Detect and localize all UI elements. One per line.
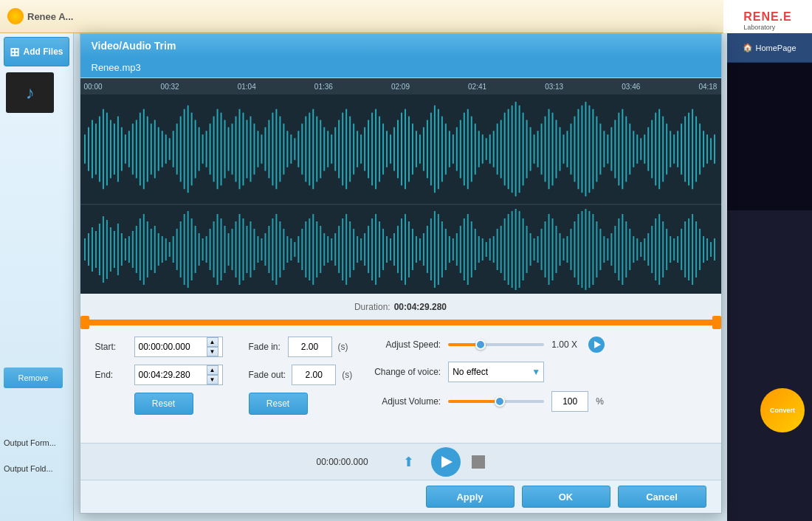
svg-rect-40 [227, 127, 229, 170]
volume-slider-thumb[interactable] [495, 396, 505, 407]
svg-rect-13 [128, 131, 129, 167]
brand-subtitle: Laboratory [743, 24, 792, 31]
speed-label: Adjust Speed: [367, 339, 441, 350]
svg-rect-292 [518, 211, 520, 288]
timeline-markers: 00:00 00:32 01:04 01:36 02:09 02:41 03:1… [84, 83, 718, 91]
svg-rect-293 [522, 218, 523, 280]
svg-rect-223 [264, 233, 266, 266]
end-spinner-up[interactable]: ▲ [207, 365, 219, 375]
reset-start-button[interactable]: Reset [134, 393, 193, 415]
end-spinner-down[interactable]: ▼ [207, 375, 219, 384]
svg-rect-54 [279, 117, 281, 182]
svg-rect-63 [312, 109, 314, 190]
svg-rect-316 [607, 238, 608, 260]
svg-rect-142 [603, 131, 605, 167]
speed-play-button[interactable] [588, 337, 605, 353]
svg-rect-129 [555, 120, 557, 179]
trim-handle-left[interactable] [80, 316, 89, 329]
svg-rect-263 [411, 229, 413, 270]
volume-slider[interactable] [448, 400, 544, 403]
remove-button[interactable]: Remove [4, 368, 63, 388]
fade-in-control-group: Fade in: (s) [249, 337, 353, 357]
svg-rect-61 [305, 117, 306, 182]
fade-out-label: Fade out: [249, 370, 286, 380]
svg-rect-149 [629, 123, 630, 174]
dialog-file-item[interactable]: Renee.mp3 [80, 58, 721, 77]
svg-rect-329 [655, 218, 656, 280]
svg-rect-259 [397, 226, 399, 273]
playback-time: 00:00:00.000 [317, 457, 387, 467]
svg-rect-208 [209, 229, 210, 270]
reset-fade-container: Reset [249, 393, 353, 415]
svg-rect-262 [407, 221, 409, 277]
start-time-input[interactable]: 00:00:00.000 ▲ ▼ [134, 337, 223, 357]
svg-rect-144 [610, 127, 612, 170]
svg-rect-12 [124, 134, 125, 163]
svg-rect-274 [452, 238, 453, 260]
file-list-item[interactable]: ♪ [4, 70, 69, 115]
svg-rect-248 [357, 236, 358, 263]
trim-handle-right[interactable] [712, 316, 721, 329]
timeline-marker-5: 02:41 [468, 83, 486, 91]
apply-button[interactable]: Apply [426, 486, 515, 508]
svg-rect-286 [496, 229, 498, 270]
start-spinner-up[interactable]: ▲ [207, 337, 219, 347]
svg-rect-107 [474, 123, 475, 174]
svg-rect-311 [588, 211, 590, 288]
export-button[interactable]: ⬆ [398, 451, 420, 473]
svg-rect-8 [109, 120, 111, 179]
svg-rect-268 [430, 218, 431, 280]
svg-rect-225 [272, 218, 273, 280]
ok-button[interactable]: OK [522, 486, 610, 508]
svg-rect-167 [695, 117, 697, 182]
speed-slider[interactable] [448, 343, 544, 346]
svg-rect-19 [150, 123, 151, 174]
play-button[interactable] [431, 447, 461, 477]
stop-button[interactable] [472, 455, 485, 469]
svg-rect-26 [176, 123, 177, 174]
reset-fade-button[interactable]: Reset [249, 393, 308, 415]
voice-select[interactable]: No effect Male Female Child Robot [448, 362, 544, 382]
video-preview [727, 63, 812, 210]
fade-out-input[interactable] [292, 365, 336, 385]
svg-rect-298 [540, 229, 542, 270]
waveform-lower [80, 205, 721, 294]
convert-button[interactable]: Convert [760, 388, 805, 432]
svg-rect-155 [651, 120, 653, 179]
svg-rect-68 [331, 134, 332, 163]
svg-rect-76 [360, 134, 362, 163]
output-format-label: Output Form... [4, 438, 56, 447]
add-files-label: Add Files [23, 46, 63, 57]
add-files-button[interactable]: ⊞ Add Files [4, 37, 69, 66]
trim-bar[interactable] [80, 320, 721, 325]
svg-rect-84 [390, 134, 391, 163]
svg-rect-178 [98, 224, 100, 275]
speed-slider-thumb[interactable] [475, 339, 486, 350]
svg-rect-246 [349, 221, 351, 277]
svg-rect-65 [320, 120, 321, 179]
svg-rect-314 [599, 229, 601, 270]
timeline-marker-0: 00:00 [84, 83, 103, 91]
svg-rect-285 [492, 236, 494, 263]
svg-rect-217 [242, 218, 244, 280]
svg-rect-113 [496, 123, 498, 174]
svg-rect-17 [142, 109, 144, 190]
svg-rect-137 [585, 102, 586, 196]
svg-rect-49 [261, 134, 262, 163]
cancel-button[interactable]: Cancel [618, 486, 706, 508]
start-spinner-down[interactable]: ▼ [207, 347, 219, 356]
svg-rect-31 [194, 120, 196, 179]
fade-in-input[interactable] [288, 337, 332, 357]
svg-rect-44 [242, 113, 244, 186]
svg-rect-118 [515, 102, 516, 196]
svg-rect-339 [692, 214, 693, 285]
app-background: Renee A... RENE.E Laboratory ⊞ Add Files… [0, 0, 812, 521]
volume-input[interactable] [551, 391, 588, 412]
svg-rect-80 [375, 109, 376, 190]
svg-rect-159 [666, 123, 667, 174]
svg-rect-14 [131, 123, 133, 174]
homepage-button[interactable]: 🏠 HomePage [727, 33, 812, 63]
end-time-input[interactable]: 00:04:29.280 ▲ ▼ [134, 365, 223, 385]
svg-rect-58 [294, 138, 295, 160]
svg-rect-112 [492, 131, 494, 167]
